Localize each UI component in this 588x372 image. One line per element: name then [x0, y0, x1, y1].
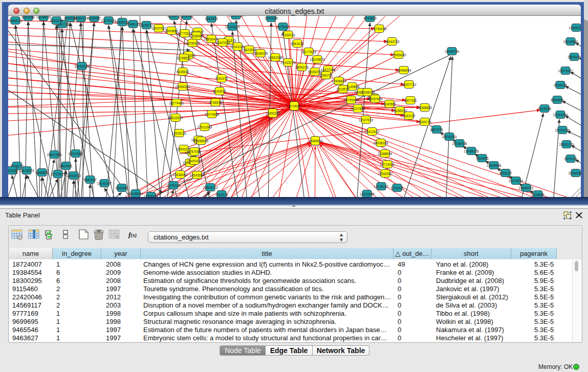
svg-text:11866024: 11866024 — [8, 19, 23, 23]
svg-text:20364361: 20364361 — [569, 171, 581, 175]
svg-text:4952451: 4952451 — [115, 186, 128, 190]
svg-text:22160294: 22160294 — [553, 113, 568, 117]
svg-text:22438378: 22438378 — [464, 149, 479, 153]
svg-text:11388699: 11388699 — [378, 152, 393, 156]
svg-text:24388850: 24388850 — [418, 106, 432, 110]
svg-text:3075745: 3075745 — [564, 157, 577, 161]
svg-text:3106848: 3106848 — [531, 193, 545, 196]
svg-text:17406879: 17406879 — [332, 79, 346, 83]
svg-text:4457975: 4457975 — [430, 128, 443, 132]
svg-text:10057659: 10057659 — [368, 97, 383, 101]
svg-text:12477488: 12477488 — [321, 68, 336, 72]
svg-text:19973477: 19973477 — [558, 69, 573, 73]
svg-text:2983419: 2983419 — [568, 55, 581, 59]
svg-text:9335812: 9335812 — [176, 70, 189, 74]
svg-text:22714041: 22714041 — [380, 163, 395, 166]
svg-text:20392657: 20392657 — [378, 172, 393, 176]
svg-text:12643564: 12643564 — [190, 173, 205, 177]
svg-text:8490656: 8490656 — [551, 98, 564, 102]
svg-text:20227559: 20227559 — [351, 107, 365, 111]
svg-text:13495588: 13495588 — [487, 164, 502, 167]
svg-text:12525131: 12525131 — [172, 132, 187, 135]
svg-text:9075310: 9075310 — [276, 25, 290, 29]
svg-text:5840397: 5840397 — [83, 178, 97, 182]
svg-text:19725914: 19725914 — [344, 98, 359, 102]
svg-text:3035728: 3035728 — [418, 120, 431, 124]
svg-text:8204075: 8204075 — [167, 16, 181, 18]
svg-text:24330241: 24330241 — [281, 33, 296, 37]
svg-text:6535209: 6535209 — [308, 70, 321, 74]
svg-text:14136141: 14136141 — [374, 185, 389, 188]
svg-text:15244500: 15244500 — [563, 40, 578, 43]
svg-text:11058511: 11058511 — [177, 56, 191, 60]
svg-text:12923468: 12923468 — [360, 192, 375, 196]
svg-text:17656906: 17656906 — [189, 34, 204, 38]
svg-text:16307710: 16307710 — [402, 83, 417, 86]
svg-text:20515263: 20515263 — [442, 135, 457, 139]
svg-text:16648784: 16648784 — [445, 50, 460, 53]
svg-text:3883910: 3883910 — [205, 17, 218, 20]
svg-text:11074688: 11074688 — [205, 113, 220, 116]
svg-text:7303905: 7303905 — [475, 157, 489, 160]
svg-text:15347616: 15347616 — [215, 41, 230, 45]
svg-text:11527619: 11527619 — [359, 118, 374, 122]
svg-text:6099754: 6099754 — [319, 74, 333, 77]
svg-text:20274461: 20274461 — [169, 101, 184, 105]
svg-text:24538166: 24538166 — [374, 141, 388, 145]
svg-text:15550734: 15550734 — [229, 16, 244, 17]
svg-text:19379254: 19379254 — [509, 179, 524, 183]
svg-text:19799114: 19799114 — [166, 184, 181, 187]
svg-text:20562129: 20562129 — [559, 143, 574, 146]
svg-text:3746598: 3746598 — [209, 101, 222, 104]
svg-text:19490077: 19490077 — [569, 26, 581, 30]
svg-text:3181037: 3181037 — [402, 114, 416, 118]
svg-text:18300295: 18300295 — [266, 112, 280, 115]
svg-text:2258145: 2258145 — [180, 16, 193, 18]
svg-text:20156684: 20156684 — [128, 192, 143, 195]
svg-text:1733426: 1733426 — [390, 186, 404, 190]
svg-text:5154104: 5154104 — [554, 83, 567, 87]
svg-text:7064171: 7064171 — [215, 193, 228, 196]
svg-text:16491923: 16491923 — [187, 159, 202, 163]
svg-text:16206344: 16206344 — [185, 41, 200, 45]
svg-text:23830434: 23830434 — [204, 37, 219, 41]
svg-text:4158480: 4158480 — [88, 16, 101, 20]
svg-text:15029873: 15029873 — [310, 58, 325, 61]
svg-text:26053346: 26053346 — [75, 64, 90, 68]
svg-text:2563055: 2563055 — [8, 169, 18, 172]
svg-text:20458054: 20458054 — [397, 69, 411, 72]
svg-text:13270483: 13270483 — [101, 19, 116, 23]
svg-text:20648195: 20648195 — [253, 52, 268, 55]
svg-text:4269227: 4269227 — [499, 171, 512, 175]
svg-text:20166438: 20166438 — [452, 142, 467, 145]
svg-text:8215958: 8215958 — [538, 107, 551, 111]
svg-text:7031971: 7031971 — [215, 77, 228, 80]
svg-text:2946120: 2946120 — [126, 23, 140, 26]
svg-text:18622670: 18622670 — [168, 116, 183, 120]
svg-text:24454361: 24454361 — [176, 85, 190, 89]
svg-text:9190519: 9190519 — [213, 90, 226, 93]
svg-text:5468605: 5468605 — [35, 171, 49, 174]
svg-text:12412612: 12412612 — [365, 130, 380, 134]
svg-text:18177615: 18177615 — [301, 50, 316, 54]
svg-text:20943743: 20943743 — [385, 40, 400, 43]
svg-text:23285250: 23285250 — [393, 109, 407, 113]
svg-text:3456213: 3456213 — [295, 65, 309, 69]
svg-text:21433273: 21433273 — [281, 61, 296, 64]
svg-text:f(x): f(x) — [128, 231, 137, 238]
svg-text:19937057: 19937057 — [151, 27, 166, 30]
svg-text:3307301: 3307301 — [404, 99, 417, 102]
svg-text:10717675: 10717675 — [51, 172, 66, 176]
svg-text:14248078: 14248078 — [36, 16, 51, 19]
svg-text:12750036: 12750036 — [372, 27, 387, 31]
svg-text:17613348: 17613348 — [198, 125, 212, 129]
svg-text:19384554: 19384554 — [308, 139, 323, 143]
svg-text:14310388: 14310388 — [69, 152, 83, 156]
svg-text:15031529: 15031529 — [225, 25, 240, 29]
svg-text:2315577: 2315577 — [336, 87, 350, 91]
svg-text:3343959: 3343959 — [265, 16, 278, 20]
svg-text:20647509: 20647509 — [47, 153, 62, 157]
svg-text:16623006: 16623006 — [242, 48, 257, 52]
svg-text:23858526: 23858526 — [194, 139, 209, 143]
svg-text:4961630: 4961630 — [291, 42, 304, 46]
